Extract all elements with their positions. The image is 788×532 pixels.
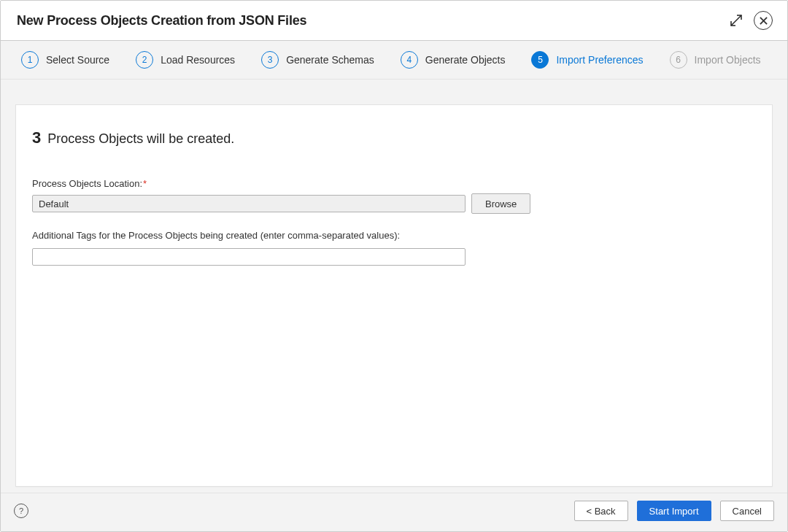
location-input[interactable] bbox=[32, 195, 466, 212]
close-icon bbox=[760, 17, 768, 25]
tags-label: Additional Tags for the Process Objects … bbox=[32, 230, 756, 241]
close-button[interactable] bbox=[754, 11, 773, 30]
step-number: 6 bbox=[670, 51, 687, 69]
step-label: Generate Schemas bbox=[286, 54, 374, 66]
help-button[interactable]: ? bbox=[14, 504, 28, 518]
location-block: Process Objects Location:* Browse bbox=[32, 178, 756, 214]
tags-input[interactable] bbox=[32, 248, 466, 266]
step-number: 5 bbox=[531, 51, 549, 69]
step-label: Load Resources bbox=[161, 54, 235, 66]
step-label: Generate Objects bbox=[425, 54, 506, 66]
step-label: Import Preferences bbox=[556, 54, 643, 66]
step-generate-objects[interactable]: 4 Generate Objects bbox=[401, 51, 506, 69]
summary-text: Process Objects will be created. bbox=[47, 131, 234, 146]
location-label: Process Objects Location:* bbox=[32, 178, 756, 189]
dialog-title: New Process Objects Creation from JSON F… bbox=[17, 13, 306, 28]
step-number: 4 bbox=[401, 51, 418, 69]
wizard-dialog: New Process Objects Creation from JSON F… bbox=[0, 0, 788, 532]
tags-block: Additional Tags for the Process Objects … bbox=[32, 230, 756, 266]
start-import-button[interactable]: Start Import bbox=[637, 501, 711, 521]
step-import-objects: 6 Import Objects bbox=[670, 51, 761, 69]
title-actions bbox=[729, 11, 773, 30]
maximize-icon[interactable] bbox=[729, 13, 743, 28]
step-label: Select Source bbox=[46, 54, 109, 66]
footer-actions: < Back Start Import Cancel bbox=[574, 501, 775, 521]
step-label: Import Objects bbox=[695, 54, 761, 66]
cancel-button[interactable]: Cancel bbox=[720, 501, 774, 521]
step-select-source[interactable]: 1 Select Source bbox=[21, 51, 109, 69]
step-number: 1 bbox=[21, 51, 39, 69]
object-count: 3 bbox=[32, 128, 41, 147]
step-number: 2 bbox=[136, 51, 153, 69]
step-load-resources[interactable]: 2 Load Resources bbox=[136, 51, 235, 69]
titlebar: New Process Objects Creation from JSON F… bbox=[1, 1, 787, 41]
browse-button[interactable]: Browse bbox=[471, 193, 530, 214]
footer: ? < Back Start Import Cancel bbox=[1, 493, 787, 531]
back-button[interactable]: < Back bbox=[574, 501, 628, 521]
step-generate-schemas[interactable]: 3 Generate Schemas bbox=[261, 51, 374, 69]
content-area: 3 Process Objects will be created. Proce… bbox=[1, 80, 787, 493]
step-number: 3 bbox=[261, 51, 279, 69]
panel: 3 Process Objects will be created. Proce… bbox=[15, 104, 773, 487]
svg-line-0 bbox=[731, 15, 741, 26]
step-import-preferences[interactable]: 5 Import Preferences bbox=[531, 51, 643, 69]
summary-line: 3 Process Objects will be created. bbox=[32, 128, 756, 147]
required-marker: * bbox=[143, 178, 147, 189]
help-icon: ? bbox=[19, 506, 23, 515]
stepper: 1 Select Source 2 Load Resources 3 Gener… bbox=[1, 41, 787, 80]
